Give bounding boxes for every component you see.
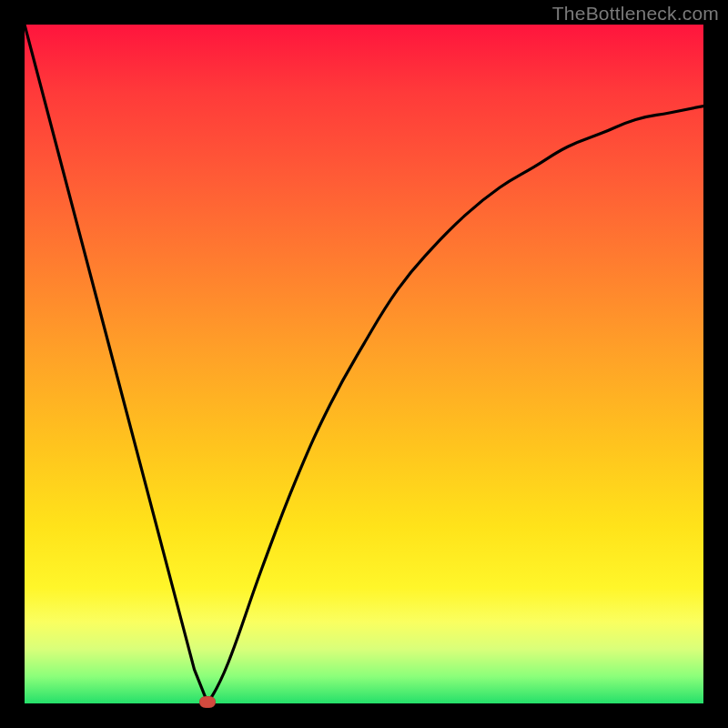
watermark-text: TheBottleneck.com: [552, 3, 719, 25]
curve-layer: [25, 25, 703, 703]
minimum-marker-dot: [199, 696, 216, 708]
plot-area: [25, 25, 703, 703]
chart-stage: TheBottleneck.com: [0, 0, 728, 728]
bottleneck-curve: [25, 25, 703, 703]
